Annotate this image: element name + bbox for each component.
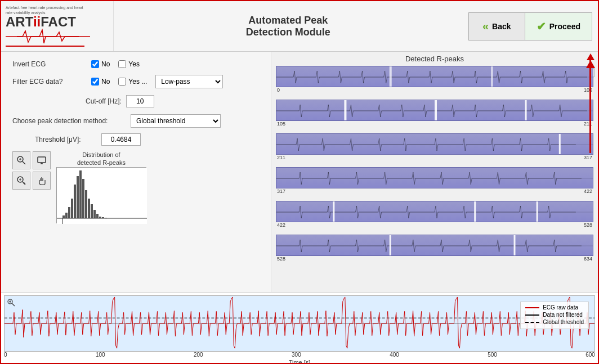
right-panel: Detected R-peaks — [271, 52, 598, 292]
svg-rect-39 — [344, 100, 346, 121]
rpeaks-title: Detected R-peaks — [276, 55, 593, 63]
hand-icon — [37, 176, 47, 186]
method-row: Choose peak detection method: Global thr… — [12, 114, 260, 128]
method-select[interactable]: Global threshold Local threshold Templat… — [131, 114, 221, 128]
rpeak-strip-3 — [276, 133, 593, 155]
logo-ecg-svg — [6, 29, 90, 44]
distribution-section: + Distribution of detected R-peaks — [12, 151, 260, 223]
back-button[interactable]: « Back — [468, 12, 525, 41]
ecg-main-svg — [5, 296, 594, 351]
svg-rect-24 — [91, 204, 93, 218]
x-axis-label: Time [s] — [1, 359, 598, 364]
strip-6-labels: 528 634 — [276, 256, 593, 262]
svg-rect-51 — [514, 235, 516, 256]
strip-5-labels: 422 528 — [276, 222, 593, 228]
rpeak-strip-6 — [276, 235, 593, 256]
x-axis-ticks: 0 100 200 300 400 500 600 — [1, 352, 598, 358]
cutoff-input[interactable] — [126, 95, 154, 107]
threshold-input[interactable] — [101, 133, 141, 146]
logo-ii: ii — [33, 14, 41, 29]
invert-no-option[interactable]: No — [91, 60, 110, 68]
rpeak-strip-4 — [276, 167, 593, 188]
module-title: Automated Peak Detection Module — [246, 15, 330, 38]
strip-4-labels: 317 422 — [276, 188, 593, 194]
zoom-in-icon: + — [16, 176, 26, 186]
check-icon: ✔ — [537, 20, 546, 33]
logo-art: ART — [6, 14, 33, 29]
back-label: Back — [492, 22, 511, 31]
filter-ecg-row: Filter ECG data? No Yes ... Low-pass Hig… — [12, 75, 260, 88]
invert-no-checkbox[interactable] — [91, 60, 99, 68]
strip-4-end: 422 — [584, 188, 592, 194]
filter-no-checkbox[interactable] — [91, 78, 99, 86]
filter-yes-checkbox[interactable] — [118, 78, 126, 86]
x-tick-600: 600 — [585, 352, 595, 358]
svg-rect-22 — [85, 190, 87, 218]
proceed-button[interactable]: ✔ Proceed — [525, 12, 592, 41]
display-button[interactable] — [33, 151, 51, 169]
x-tick-200: 200 — [194, 352, 203, 358]
method-label: Choose peak detection method: — [12, 117, 125, 125]
strip-1-start: 0 — [277, 87, 280, 93]
svg-rect-19 — [77, 176, 79, 218]
svg-rect-14 — [62, 215, 65, 218]
svg-rect-16 — [68, 207, 70, 218]
svg-rect-15 — [65, 213, 68, 218]
legend-ecg-raw: ECG raw data — [525, 304, 584, 311]
svg-rect-36 — [390, 66, 392, 87]
threshold-row: Threshold [μV]: — [35, 133, 260, 146]
legend-not-filtered-label: Data not filtered — [543, 312, 583, 318]
invert-yes-label: Yes — [128, 60, 140, 68]
strip-svg-6 — [276, 235, 593, 256]
filter-yes-label: Yes ... — [128, 78, 147, 86]
strip-row-3: 211 317 — [276, 133, 593, 167]
invert-yes-checkbox[interactable] — [118, 60, 126, 68]
dist-title-line2: detected R-peaks — [56, 159, 146, 166]
x-tick-400: 400 — [390, 352, 399, 358]
svg-rect-17 — [71, 199, 73, 218]
svg-rect-20 — [79, 170, 82, 218]
legend-ecg-raw-line — [525, 307, 539, 308]
filter-ecg-label: Filter ECG data? — [12, 78, 86, 86]
x-tick-100: 100 — [96, 352, 105, 358]
logo: Artefact-free heart rate processing and … — [6, 6, 90, 47]
zoom-search-button[interactable] — [12, 151, 30, 169]
invert-ecg-row: Invert ECG No Yes — [12, 60, 260, 68]
back-icon: « — [482, 20, 489, 33]
app-container: Artefact-free heart rate processing and … — [1, 1, 598, 364]
strip-row-1: 0 105 — [276, 66, 593, 100]
strip-svg-3 — [276, 134, 593, 155]
svg-rect-41 — [525, 100, 527, 121]
strip-row-4: 317 422 — [276, 167, 593, 201]
filter-no-option[interactable]: No — [91, 78, 110, 86]
strip-3-start: 211 — [277, 155, 285, 160]
invert-yes-option[interactable]: Yes — [118, 60, 140, 68]
strip-svg-2 — [276, 100, 593, 121]
left-panel: Invert ECG No Yes Filter ECG data? — [1, 52, 271, 292]
strip-2-start: 105 — [277, 121, 285, 127]
tool-row-1 — [12, 151, 51, 169]
x-tick-0: 0 — [4, 352, 7, 358]
strip-row-6: 528 634 — [276, 235, 593, 268]
svg-line-56 — [12, 303, 15, 306]
threshold-label: Threshold [μV]: — [35, 136, 97, 143]
zoom-in-button[interactable]: + — [12, 172, 30, 190]
filter-type-select[interactable]: Low-pass High-pass Band-pass — [155, 75, 223, 88]
svg-rect-48 — [537, 201, 538, 222]
hand-tool-button[interactable] — [33, 172, 51, 190]
bottom-chart: ECG raw data Data not filtered Global th… — [4, 295, 595, 352]
legend-global-threshold: Global threshold — [525, 319, 584, 325]
svg-rect-5 — [38, 157, 46, 163]
legend-global-threshold-label: Global threshold — [543, 319, 584, 325]
nav-buttons: « Back ✔ Proceed — [463, 1, 598, 51]
strip-row-2: 105 211 — [276, 100, 593, 133]
strip-2-labels: 105 211 — [276, 121, 593, 127]
top-bar: Artefact-free heart rate processing and … — [1, 1, 598, 52]
svg-line-2 — [23, 161, 25, 164]
middle-section: Invert ECG No Yes Filter ECG data? — [1, 52, 598, 292]
filter-yes-option[interactable]: Yes ... — [118, 78, 147, 86]
distribution-chart — [56, 167, 146, 223]
filter-ecg-checkboxes: No Yes ... Low-pass High-pass Band-pass — [91, 75, 223, 88]
x-tick-500: 500 — [488, 352, 497, 358]
bottom-zoom-icon[interactable] — [7, 298, 16, 309]
